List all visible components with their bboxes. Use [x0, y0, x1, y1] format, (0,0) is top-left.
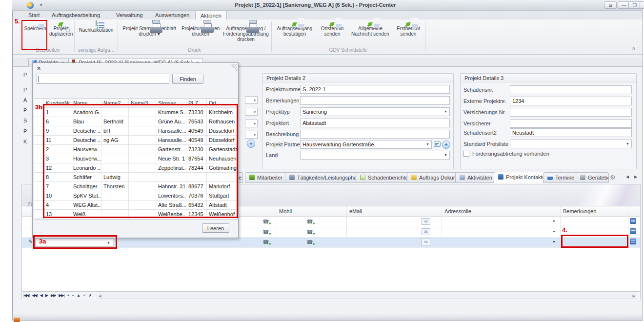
email-icon[interactable]: ✉	[422, 228, 430, 235]
projektunterlagen-drucken-button[interactable]: Projektunterlagen drucken	[181, 20, 221, 37]
phone-call-icon[interactable]: ☎	[262, 239, 269, 245]
navigator-button[interactable]: |◀◀	[23, 293, 29, 298]
projektort-field[interactable]	[300, 119, 450, 127]
details1-label-fragment: P	[23, 87, 33, 93]
details1-label-fragment: A	[23, 97, 33, 103]
column-header-mobil[interactable]: Mobil	[279, 208, 292, 214]
navigator-button[interactable]: ✗	[89, 293, 92, 298]
versicherungsnr-label: Versicherungs Nr.	[463, 109, 506, 115]
phone-call-icon[interactable]: ☎	[262, 229, 269, 235]
nachkalkulation-button[interactable]: Nachkalkulation	[76, 20, 116, 33]
projektnummer-field[interactable]	[300, 85, 450, 94]
close-button[interactable]: ✕	[640, 1, 644, 9]
adressrolle-dropdown-icon[interactable]: ▼	[552, 230, 556, 233]
navigator-button[interactable]: ▶▶|	[59, 293, 64, 298]
notes-icon[interactable]	[630, 239, 636, 244]
ribbon-tab-auswertungen[interactable]: Auswertungen	[150, 11, 194, 20]
activities-icon	[460, 175, 465, 180]
popup-resize-grip[interactable]	[229, 64, 237, 72]
finden-button[interactable]: Finden	[172, 74, 203, 84]
details1-combo-arrow[interactable]: ▾	[245, 120, 258, 127]
phone-call-icon[interactable]: ☎	[262, 219, 269, 225]
chevron-down-icon[interactable]: ▼	[442, 108, 449, 116]
allgemeine-nachricht-senden-button[interactable]: Allgemeine Nachricht senden	[348, 20, 392, 37]
annotation-step3b-label: 3b	[35, 103, 42, 111]
adressrolle-dropdown-icon[interactable]: ▼	[552, 240, 556, 243]
email-icon[interactable]: ✉	[422, 239, 430, 245]
navigator-button[interactable]: −	[72, 293, 74, 298]
versicherer-field[interactable]	[510, 119, 632, 128]
ribbon-tab-auftragsbearbeitung[interactable]: Auftragsbearbeitung	[47, 11, 105, 20]
navigator-button[interactable]: ◀◀	[32, 293, 37, 298]
popup-close-icon[interactable]: ✕	[37, 65, 41, 72]
erstbericht-senden-button[interactable]: Erstbericht senden	[393, 20, 423, 37]
ribbon-tab-verwaltung[interactable]: Verwaltung	[111, 11, 147, 20]
team-icon	[249, 175, 255, 180]
projekt-partner-combo[interactable]: ▼	[300, 140, 432, 149]
navigator-button[interactable]: ✓	[83, 293, 86, 298]
ribbon-tab-aktionen[interactable]: Aktionen	[195, 11, 227, 20]
schadensort2-field[interactable]	[510, 128, 632, 137]
details1-combo-arrow[interactable]: ▾	[245, 96, 258, 104]
taskbar-app-icon[interactable]	[14, 318, 20, 322]
contact-card-icon[interactable]	[434, 141, 441, 147]
tab-projekt-kontakte[interactable]: Projekt Kontakte	[494, 172, 550, 183]
calculation-list-icon	[96, 20, 97, 26]
navigator-button[interactable]: ▶▶	[51, 293, 56, 298]
tab-geraetebeweg[interactable]: Gerätebeweg	[576, 172, 609, 183]
details1-combo-arrow[interactable]: ▾	[245, 108, 258, 116]
navigator-button[interactable]: ◀	[40, 293, 42, 298]
tab-scroll-left-icon[interactable]: ◀	[626, 175, 629, 179]
forderungsabtretung-checkbox[interactable]	[463, 151, 469, 157]
column-header-adressrolle[interactable]: Adressrolle	[444, 208, 471, 214]
details1-combo-arrow[interactable]: ▾	[245, 131, 258, 139]
collapse-ribbon-icon[interactable]: ^	[632, 47, 635, 52]
navigator-button[interactable]: +	[67, 293, 69, 298]
projekt-duplizieren-button[interactable]: Projekt duplizieren	[48, 20, 74, 37]
ortstermin-senden-button[interactable]: Ortstermin senden	[317, 20, 347, 37]
adressrolle-dropdown-icon[interactable]: ▼	[552, 220, 556, 223]
tab-mitarbeiter[interactable]: Mitarbeiter	[245, 172, 287, 183]
phone-call-icon[interactable]: ☎	[306, 219, 313, 225]
tools-icon	[580, 175, 585, 180]
add-partner-button[interactable]: +	[442, 141, 450, 149]
column-header-bemerkungen[interactable]: Bemerkungen	[563, 208, 597, 214]
stammdatenblatt-drucken-button[interactable]: Projekt Stammdatenblatt drucken ▾	[119, 20, 180, 37]
schadensnr-field[interactable]	[510, 85, 632, 94]
notes-icon[interactable]	[630, 228, 636, 234]
tab-schadenberichte[interactable]: Schadenberichte	[356, 172, 413, 183]
column-header-email[interactable]: eMail	[349, 208, 362, 214]
externe-projektnr-field[interactable]	[510, 97, 632, 105]
tab-aktivitaeten[interactable]: Aktivitäten	[455, 172, 497, 183]
annotation-step3b-box	[43, 104, 238, 218]
navigator-button[interactable]: ▲	[77, 293, 80, 298]
annotation-step3a-label: 3a	[39, 238, 46, 245]
horizontal-scrollbar[interactable]: ◀ ▶	[97, 293, 637, 299]
leeren-button[interactable]: Leeren	[202, 223, 229, 233]
gear-icon[interactable]: ⚙	[610, 174, 616, 181]
notes-icon[interactable]	[630, 218, 636, 224]
chevron-down-icon[interactable]: ▼	[624, 140, 631, 148]
phone-call-icon[interactable]: ☎	[306, 229, 313, 235]
land-combo[interactable]: ▼	[300, 151, 450, 160]
auftragserteilung-drucken-button[interactable]: Auftragserteilung / Forderungsabtretung …	[221, 20, 270, 42]
lookup-search-input[interactable]	[37, 74, 169, 84]
add-partner-button[interactable]: +	[247, 140, 255, 148]
chevron-down-icon[interactable]: ▼	[424, 141, 431, 148]
application-window: ▾ Projekt [S_2022-1] [Sanierung_WEG A] (…	[0, 0, 644, 322]
bemerkungen-field[interactable]	[300, 96, 450, 105]
versicherungsnr-field[interactable]	[510, 108, 632, 117]
beschreibung-field[interactable]	[300, 130, 450, 139]
forderungsabtretung-label: Forderungsabtretung vorhanden	[472, 151, 549, 157]
projekttyp-combo[interactable]: ▼	[300, 107, 450, 116]
phone-call-icon[interactable]: ☎	[306, 239, 313, 245]
navigator-button[interactable]: ▶	[45, 293, 48, 298]
auftragseingang-bestaetigen-button[interactable]: Auftragseingang bestätigen	[273, 20, 316, 37]
chevron-down-icon[interactable]: ▼	[442, 151, 449, 159]
tab-scroll-right-icon[interactable]: ▶	[634, 175, 637, 179]
email-icon[interactable]: ✉	[422, 218, 430, 225]
land-label: Land	[266, 152, 278, 158]
window-style-button[interactable]: ⊡	[604, 1, 617, 9]
standard-preisliste-combo[interactable]: ▼	[510, 140, 632, 148]
tab-termine[interactable]: Termine	[543, 172, 579, 183]
